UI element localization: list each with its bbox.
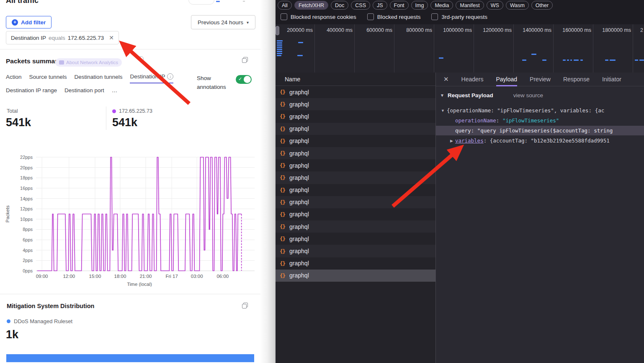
collapse-caret-icon[interactable]: ▼ — [440, 93, 444, 98]
filter-pill-ws[interactable]: WS — [487, 1, 503, 10]
payload-line[interactable]: ▶variables: {accountTag: "b12e3b2192ee55… — [436, 136, 644, 145]
payload-line[interactable]: query: "query ipFlowTimeseries($accountT… — [436, 126, 644, 135]
copy-panel-icon[interactable] — [242, 303, 248, 309]
svg-text:12pps: 12pps — [20, 206, 33, 211]
payload-line[interactable]: ▼{operationName: "ipFlowTimeseries", var… — [436, 106, 644, 115]
network-row-graphql[interactable]: {}graphql — [276, 86, 435, 98]
network-row-graphql[interactable]: {}graphql — [276, 208, 435, 220]
filter-pill-css[interactable]: CSS — [351, 1, 370, 10]
tab-payload[interactable]: Payload — [496, 73, 518, 86]
filter-chip[interactable]: Destination IP equals 172.65.225.73 ✕ — [6, 31, 119, 44]
tab-headers[interactable]: Headers — [461, 73, 484, 86]
filter-pill-media[interactable]: Media — [430, 1, 453, 10]
json-resource-icon: {} — [280, 199, 285, 205]
network-row-graphql[interactable]: {}graphql — [276, 171, 435, 184]
tab-label: Destination tunnels — [75, 74, 123, 80]
network-row-graphql[interactable]: {}graphql — [276, 159, 435, 171]
clipped-top-accent2 — [243, 1, 245, 2]
network-row-graphql[interactable]: {}graphql — [276, 98, 435, 110]
add-filter-button[interactable]: + Add filter — [6, 16, 52, 29]
time-range-value: Previous 24 hours — [198, 19, 243, 26]
request-details-pane: ✕ HeadersPayloadPreviewResponseInitiator… — [435, 73, 644, 363]
tab-preview[interactable]: Preview — [530, 73, 551, 86]
network-list-empty-area — [276, 282, 435, 363]
payload-line[interactable]: operationName: "ipFlowTimeseries" — [436, 116, 644, 125]
checkbox-3rd-party-requests[interactable]: 3rd-party requests — [431, 13, 487, 20]
network-overview-timeline[interactable]: 200000 ms400000 ms600000 ms800000 ms1000… — [276, 24, 644, 73]
copy-panel-icon[interactable] — [242, 57, 248, 63]
filter-pill-manifest[interactable]: Manifest — [456, 1, 484, 10]
tab-initiator[interactable]: Initiator — [602, 73, 621, 86]
checkbox-blocked-requests[interactable]: Blocked requests — [367, 13, 421, 20]
timeline-gridline — [434, 24, 434, 73]
network-row-graphql[interactable]: {}graphql — [276, 135, 435, 147]
json-resource-icon: {} — [280, 162, 285, 169]
filter-pill-all[interactable]: All — [278, 1, 292, 10]
network-row-graphql[interactable]: {}graphql — [276, 233, 435, 245]
request-name: graphql — [289, 223, 309, 230]
network-row-graphql[interactable]: {}graphql — [276, 220, 435, 233]
filter-pill-js[interactable]: JS — [373, 1, 387, 10]
tab-response[interactable]: Response — [563, 73, 590, 86]
analytics-panel: All traffic + Add filter Previous 24 hou… — [0, 0, 260, 363]
packets-timeseries-chart[interactable]: 0pps2pps4pps6pps8pps10pps12pps14pps16pps… — [0, 151, 260, 289]
timeline-gridline — [474, 24, 474, 73]
payload-preview-text: {operationName: "ipFlowTimeseries", vari… — [447, 107, 604, 114]
caret-down-icon[interactable]: ▼ — [441, 109, 445, 113]
view-source-link[interactable]: view source — [513, 92, 543, 99]
remove-filter-icon[interactable]: ✕ — [109, 34, 114, 41]
network-row-graphql[interactable]: {}graphql — [276, 196, 435, 208]
tab-destination-ip-range[interactable]: Destination IP range — [6, 87, 57, 96]
checkbox-label: 3rd-party requests — [441, 14, 487, 20]
svg-text:2pps: 2pps — [23, 258, 33, 263]
mitigation-legend: DDoS Managed Ruleset — [7, 318, 72, 324]
info-icon[interactable]: i — [167, 73, 173, 80]
close-icon[interactable]: ✕ — [443, 75, 449, 83]
name-column-header[interactable]: Name — [276, 73, 435, 86]
tab-destination-port[interactable]: Destination port — [64, 87, 104, 96]
about-network-analytics-badge[interactable]: About Network Analytics — [55, 58, 122, 67]
tab-label: Source tunnels — [29, 74, 67, 80]
checkbox-blocked-response-cookies[interactable]: Blocked response cookies — [281, 13, 356, 20]
time-range-dropdown[interactable]: Previous 24 hours ▾ — [191, 15, 255, 29]
timeline-request-mark — [563, 60, 566, 61]
network-row-graphql[interactable]: {}graphql — [276, 257, 435, 270]
payload-key: query — [455, 127, 471, 134]
filter-pill-font[interactable]: Font — [390, 1, 409, 10]
network-row-graphql[interactable]: {}graphql — [276, 245, 435, 257]
show-annotations-toggle[interactable]: ✓ — [236, 75, 252, 84]
filter-pill-doc[interactable]: Doc — [331, 1, 348, 10]
checkbox-label: Blocked response cookies — [291, 14, 356, 20]
network-row-graphql[interactable]: {}graphql — [276, 270, 435, 282]
request-filter-checkboxes: Blocked response cookiesBlocked requests… — [281, 13, 487, 20]
filter-pill-other[interactable]: Other — [531, 1, 553, 10]
tab-action[interactable]: Action — [6, 73, 22, 83]
clipped-top-accent — [216, 1, 220, 2]
tab--[interactable]: … — [112, 87, 118, 96]
timeline-gridline — [593, 24, 593, 73]
network-row-graphql[interactable]: {}graphql — [276, 123, 435, 135]
tab-destination-tunnels[interactable]: Destination tunnels — [75, 73, 123, 83]
timeline-request-mark — [277, 47, 282, 48]
json-resource-icon: {} — [280, 101, 285, 107]
request-name: graphql — [289, 174, 309, 181]
filter-pill-fetch-xhr[interactable]: Fetch/XHR — [294, 1, 328, 10]
caret-right-icon[interactable]: ▶ — [450, 139, 453, 143]
network-row-graphql[interactable]: {}graphql — [276, 147, 435, 159]
network-row-graphql[interactable]: {}graphql — [276, 110, 435, 122]
packets-tabs-row1: ActionSource tunnelsDestination tunnelsD… — [6, 73, 173, 83]
tab-destination-ip[interactable]: Destination IPi — [130, 73, 173, 83]
tab-label: Destination IP — [130, 73, 165, 80]
tab-source-tunnels[interactable]: Source tunnels — [29, 73, 67, 83]
toggle-knob — [244, 76, 251, 83]
stat-label: 172.65.225.73 — [112, 108, 152, 114]
network-row-graphql[interactable]: {}graphql — [276, 184, 435, 196]
filter-pill-wasm[interactable]: Wasm — [506, 1, 529, 10]
filter-pill-img[interactable]: Img — [411, 1, 428, 10]
stat-label-text: 172.65.225.73 — [119, 108, 152, 114]
request-name: graphql — [289, 113, 309, 120]
panel-scroll-gutter[interactable] — [260, 0, 276, 363]
request-name: graphql — [289, 260, 309, 267]
timeline-tick-label: 400000 ms — [317, 27, 353, 33]
request-name: graphql — [289, 236, 309, 242]
